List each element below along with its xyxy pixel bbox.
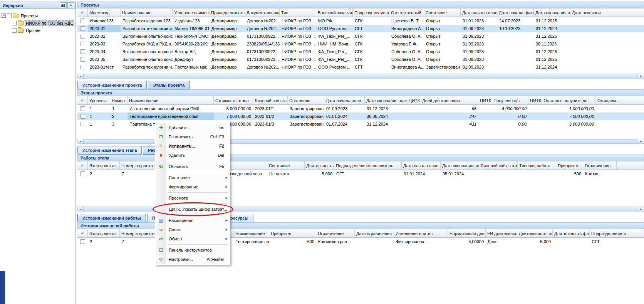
table-row[interactable]: 2023-01тестРазработка технологии и...Пос… [77,63,644,71]
table-cell[interactable]: 24.07.2023 [497,17,534,25]
menu-item[interactable]: Формирование▶ [156,182,229,191]
table-cell[interactable]: Магнит ПМ085-01 [173,25,210,32]
column-header[interactable]: Дата начала факт [497,8,534,17]
column-header[interactable]: Ответственный [389,8,424,17]
table-cell[interactable]: Выполнение опытно-конс... [121,55,173,63]
table-cell[interactable]: 3 000 000,00 [528,120,596,128]
table-cell[interactable]: МО РФ [316,17,353,25]
table-cell[interactable]: Как можно ран... [316,238,355,245]
table-cell[interactable]: Открыт [424,25,461,32]
table-cell[interactable] [570,48,605,55]
table-cell[interactable]: СГК [353,48,389,55]
column-header[interactable]: Ожидаем... [596,96,631,104]
column-header[interactable]: Этап проекта [88,161,120,170]
table-cell[interactable]: Открыт [424,40,461,48]
column-header[interactable]: Дата начала план [324,96,365,104]
column-header[interactable]: Ограничение [316,229,355,237]
table-cell[interactable]: 247 [407,113,478,120]
table-cell[interactable]: Соболева О. А. [389,48,424,55]
table-cell[interactable]: Разработка изделия 123 [121,17,173,25]
table-row[interactable]: 12Тестирование произведенной опыт7 000 0… [77,113,644,120]
table-cell[interactable]: 01.09.2023 [461,40,497,48]
table-cell[interactable] [570,63,605,71]
tree-item-projects[interactable]: − Проекты [2,12,74,19]
table-cell[interactable]: Разработка ЭКД и РКД н... [121,40,173,48]
table-cell[interactable]: 5,00000 [448,238,486,245]
tab[interactable]: История изменений этапа [77,146,142,155]
column-header[interactable]: Длительность фак [553,229,590,237]
table-cell[interactable]: 2023-01тест [88,63,121,71]
table-cell[interactable]: ФА_Техн_Рег_... [316,32,353,40]
menu-item[interactable]: ⊞Размножить...Ctrl+F3 [156,132,229,141]
table-cell[interactable]: СГТ [590,238,626,245]
table-cell[interactable]: 2 [110,113,127,120]
scroll-left-icon[interactable]: ◄ [78,74,84,78]
table-cell[interactable]: Демопример [210,40,245,48]
projects-hscroll[interactable]: ◄ ► [77,74,644,79]
table-cell[interactable]: Дреднаут [173,55,210,63]
column-header[interactable]: Длительность пла [517,229,553,237]
table-cell[interactable]: 31.12.2025 [534,32,570,40]
table-cell[interactable]: Договор №202... [245,63,280,71]
row-checkbox[interactable] [80,49,85,54]
row-checkbox[interactable] [80,239,85,244]
table-cell[interactable]: 01.07.2024 [324,120,365,128]
column-header[interactable]: Нормативная длит [448,229,486,237]
table-cell[interactable]: СГТ [353,63,389,71]
table-cell[interactable]: Виноградова А... [389,25,424,32]
row-checkbox[interactable] [80,26,85,31]
column-header[interactable]: Дата начала план. [461,8,497,17]
column-header[interactable]: Мнемокод [88,8,121,17]
table-cell[interactable]: 30.11.2023 [534,40,570,48]
table-row[interactable]: 2023-02Выполнение опытно-конс...Технолог… [77,32,644,40]
table-cell[interactable]: Зарегистрирован [288,120,324,128]
column-header[interactable]: Внешний заказчик [316,8,353,17]
menu-item[interactable]: Состояние▶ [156,173,229,182]
table-row[interactable]: 2023-01Разработка технологии и...Магнит … [77,25,644,32]
column-header[interactable]: ЦИТК. Получено д/с [478,96,528,104]
table-cell[interactable]: СГК [353,40,389,48]
table-cell[interactable]: 5,000 [517,238,553,245]
table-cell[interactable] [518,170,556,178]
column-header[interactable]: Изменение длител [394,229,448,237]
table-cell[interactable]: НИОКР по ГОЗ ... [280,32,316,40]
select-all-header[interactable]: ✔ [77,96,88,104]
table-cell[interactable]: 2023-03 [88,40,121,48]
table-cell[interactable]: 2023-05 [88,55,121,63]
table-cell[interactable]: СГК [353,17,389,25]
table-cell[interactable] [497,55,534,63]
table-cell[interactable]: 01.09.2023 [324,105,365,113]
scroll-right-icon[interactable]: ► [638,139,644,143]
table-cell[interactable]: 01.01.2023 [461,17,497,25]
table-cell[interactable]: Зарегистрирован [288,113,324,120]
table-cell[interactable]: 31.12.2025 [534,17,570,25]
menu-item[interactable]: ✖УдалитьDel [156,151,229,160]
collapse-expander-icon[interactable]: − [2,13,6,18]
table-cell[interactable] [596,105,631,113]
column-header[interactable]: Наименование [127,96,214,104]
table-cell[interactable]: Тестирование произве... [234,238,269,245]
column-header[interactable]: Дата окончания п [534,8,570,17]
table-cell[interactable]: 7 [120,170,156,178]
table-cell[interactable]: 2023-01 [88,25,121,32]
collapsed-panel-strip[interactable] [0,271,5,304]
table-cell[interactable]: Вектор-АЦ [173,48,210,55]
table-cell[interactable]: Постоянный маг... [173,63,210,71]
table-cell[interactable]: 2023-01/3 [253,120,288,128]
table-cell[interactable]: Изготовление опытной партии ПМ0... [127,105,214,113]
tree-item-label[interactable]: НИОКР по ГОЗ без НДС [25,20,74,26]
table-cell[interactable]: 01.09.2023 [461,48,497,55]
table-cell[interactable]: Открыт [424,17,461,25]
row-checkbox[interactable] [80,114,85,119]
table-cell[interactable]: ООО Русатом ... [316,63,353,71]
table-cell[interactable]: 230823/0514/136 [245,40,280,48]
menu-item[interactable]: ☐Панель инструментов [156,245,229,255]
table-cell[interactable]: ФА_Техн_Рег_... [316,55,353,63]
table-cell[interactable]: 31.12.2024 [365,120,407,128]
table-cell[interactable]: 1 [110,105,127,113]
tab[interactable]: История изменений проекта [77,81,147,89]
table-cell[interactable]: Виноградова А... [389,63,424,71]
column-header[interactable]: Номер в проекте [120,229,156,237]
select-all-header[interactable]: ✔ [77,8,88,17]
table-cell[interactable] [479,170,518,178]
